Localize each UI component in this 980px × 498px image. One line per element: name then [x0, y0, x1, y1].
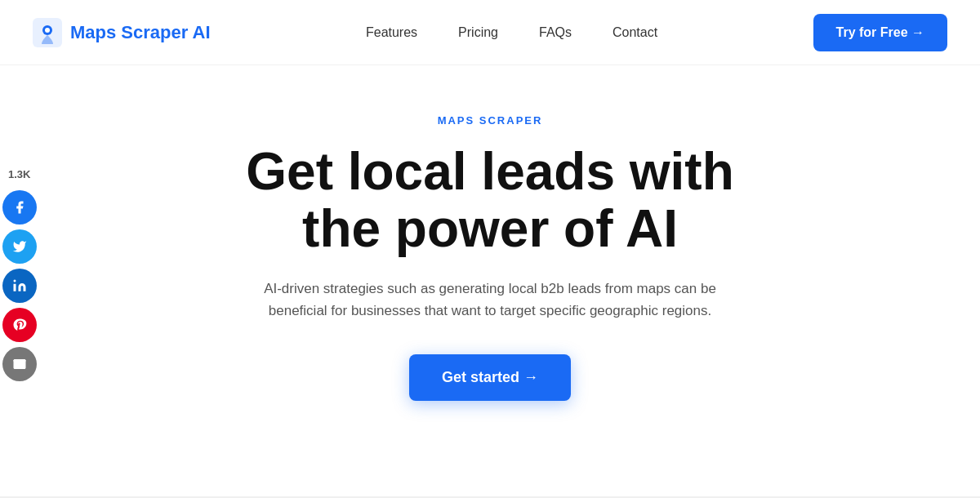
nav-link-faqs[interactable]: FAQs	[539, 25, 572, 39]
nav-item-contact[interactable]: Contact	[612, 25, 657, 40]
twitter-share-button[interactable]	[2, 229, 37, 264]
get-started-button[interactable]: Get started →	[409, 354, 571, 401]
pinterest-icon	[12, 318, 27, 332]
nav-link-contact[interactable]: Contact	[612, 25, 657, 39]
logo[interactable]: Maps Scraper AI	[33, 18, 211, 47]
linkedin-icon	[12, 278, 27, 293]
social-sidebar: 1.3K	[0, 163, 38, 386]
try-for-free-button[interactable]: Try for Free →	[813, 14, 947, 51]
logo-icon	[33, 18, 62, 47]
svg-rect-3	[13, 284, 16, 291]
linkedin-share-button[interactable]	[2, 269, 37, 303]
pinterest-share-button[interactable]	[2, 308, 37, 342]
nav-link-features[interactable]: Features	[366, 25, 417, 39]
hero-title-line2: the power of AI	[302, 199, 678, 258]
nav-link-pricing[interactable]: Pricing	[458, 25, 498, 39]
hero-title: Get local leads with the power of AI	[246, 143, 734, 258]
email-icon	[12, 357, 27, 371]
svg-point-2	[45, 28, 50, 33]
nav-item-features[interactable]: Features	[366, 25, 417, 40]
hero-eyebrow: MAPS SCRAPER	[438, 114, 543, 127]
facebook-icon	[12, 200, 27, 215]
navbar: Maps Scraper AI Features Pricing FAQs Co…	[0, 0, 980, 65]
twitter-icon	[12, 239, 27, 254]
hero-section: MAPS SCRAPER Get local leads with the po…	[0, 65, 980, 401]
nav-item-pricing[interactable]: Pricing	[458, 25, 498, 40]
hero-subtitle: AI-driven strategies such as generating …	[253, 278, 727, 322]
facebook-share-button[interactable]	[2, 190, 37, 225]
hero-title-line1: Get local leads with	[246, 142, 734, 201]
logo-text: Maps Scraper AI	[70, 22, 211, 43]
nav-links: Features Pricing FAQs Contact	[366, 25, 657, 40]
social-count: 1.3K	[0, 163, 38, 185]
email-share-button[interactable]	[2, 347, 37, 381]
svg-point-4	[13, 280, 16, 282]
nav-item-faqs[interactable]: FAQs	[539, 25, 572, 40]
